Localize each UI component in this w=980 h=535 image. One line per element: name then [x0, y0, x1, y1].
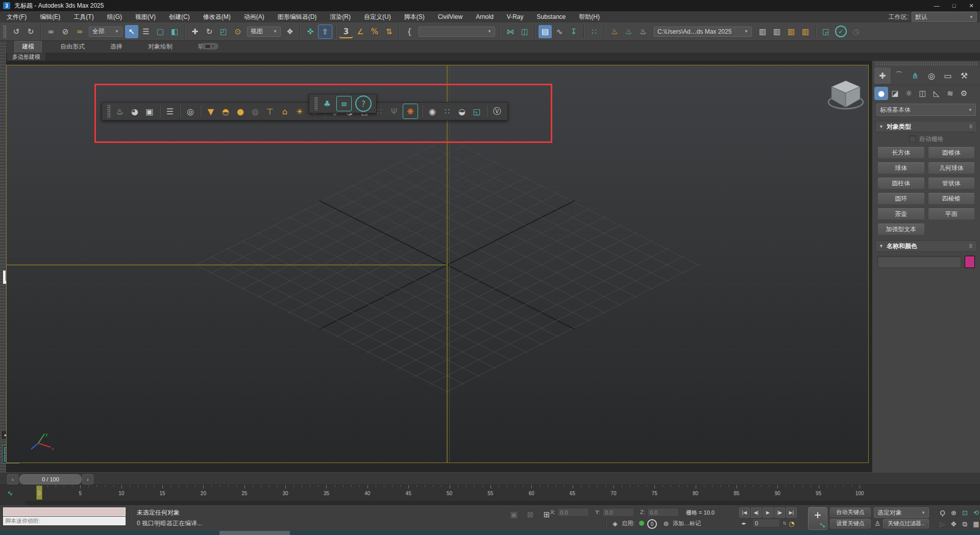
- select-object-icon[interactable]: ↖: [125, 25, 138, 38]
- cat-lights-icon[interactable]: ☼: [902, 87, 916, 100]
- vray-dome-light-icon[interactable]: ◓: [218, 104, 233, 118]
- walkthrough-icon[interactable]: ▷: [937, 519, 948, 529]
- vray-teapot-icon[interactable]: ♨: [113, 104, 127, 118]
- percent-snap-icon[interactable]: %: [368, 25, 381, 38]
- use-pivot-center-icon[interactable]: ❖: [283, 25, 297, 38]
- object-type-button[interactable]: 加强型文本: [877, 223, 925, 235]
- angle-snap-icon[interactable]: ∠: [354, 25, 367, 38]
- cat-systems-icon[interactable]: ⚙: [957, 87, 971, 100]
- menu-item[interactable]: Substance: [530, 11, 573, 22]
- menu-item[interactable]: CivilView: [431, 11, 469, 22]
- bind-spacewarp-icon[interactable]: ≈: [73, 25, 86, 38]
- tab-create-icon[interactable]: ✚: [874, 67, 891, 84]
- render-setup-icon[interactable]: ♨: [608, 25, 621, 38]
- tab-motion-icon[interactable]: ◎: [923, 67, 940, 84]
- object-type-button[interactable]: 圆锥体: [928, 147, 975, 159]
- tab-hierarchy-icon[interactable]: ⋔: [907, 67, 923, 84]
- orbit-icon[interactable]: ⟲: [971, 507, 980, 518]
- toolbar-drag-handle[interactable]: [107, 105, 111, 118]
- menu-item[interactable]: 工具(T): [67, 11, 100, 22]
- key-selection-dropdown[interactable]: 选定对象▼: [874, 507, 929, 518]
- maximize-viewport-icon[interactable]: ▦: [971, 519, 980, 529]
- window-crossing-icon[interactable]: ◧: [168, 25, 181, 38]
- zoom-all-icon[interactable]: ⊕: [948, 507, 959, 518]
- send-to-3-icon[interactable]: ▥: [785, 25, 798, 38]
- named-selection-dropdown[interactable]: ▼: [419, 27, 495, 37]
- vray-ies-light-icon[interactable]: ☀: [292, 104, 307, 118]
- add-time-tag[interactable]: 添加…标记: [673, 520, 701, 527]
- ribbon-tab[interactable]: 自由形式: [53, 41, 92, 53]
- pan-hand-icon[interactable]: ✥: [948, 519, 959, 529]
- perspective-viewport[interactable]: x y ♨◕▣☰◎▼◓●◍⊤⌂☀☼◇◑△∷Ψ❋◉∷◒◱Ⓥ ♣≡?: [6, 65, 869, 463]
- play-icon[interactable]: ▶: [763, 507, 773, 518]
- ribbon-minimize-button[interactable]: ▾: [201, 43, 218, 50]
- shield-icon[interactable]: ◈: [610, 519, 620, 528]
- spinner-snap-icon[interactable]: ⇅: [382, 25, 396, 38]
- named-sets-icon[interactable]: {: [403, 25, 416, 38]
- menu-item[interactable]: 自定义(U): [357, 11, 398, 22]
- rect-select-region-icon[interactable]: ▢: [154, 25, 167, 38]
- cat-cameras-icon[interactable]: ◫: [916, 87, 929, 100]
- ribbon-tab[interactable]: 对象绘制: [141, 41, 180, 53]
- coord-system-dropdown[interactable]: 视图▼: [247, 27, 281, 37]
- selection-lock-icon[interactable]: ⊠: [524, 508, 537, 521]
- pan-2d-icon[interactable]: ⧉: [960, 519, 970, 529]
- object-color-swatch[interactable]: [965, 256, 975, 268]
- vray-mesh-light-icon[interactable]: ⌂: [278, 104, 292, 118]
- undo-icon[interactable]: ↺: [10, 25, 23, 38]
- keyboard-override-icon[interactable]: ⇧: [318, 25, 332, 39]
- menu-item[interactable]: 视图(V): [129, 11, 162, 22]
- object-type-button[interactable]: 管状体: [928, 177, 975, 189]
- set-key-button[interactable]: 设置关键点: [830, 519, 871, 528]
- close-button[interactable]: ✕: [963, 0, 980, 11]
- next-frame-icon[interactable]: |▶: [774, 507, 785, 518]
- link-icon[interactable]: ∞: [44, 25, 58, 38]
- object-type-button[interactable]: 圆环: [877, 192, 925, 205]
- maxscript-listener-input[interactable]: 脚本迷你侦听:: [3, 517, 126, 525]
- go-end-icon[interactable]: ▶|: [786, 507, 797, 518]
- vray-override-sphere-icon[interactable]: ◉: [425, 104, 439, 118]
- license-check-icon[interactable]: ✓: [835, 26, 847, 37]
- curve-editor-icon[interactable]: ∿: [553, 25, 566, 38]
- key-filters-button[interactable]: 关键点过滤器..: [883, 519, 929, 528]
- tab-utilities-icon[interactable]: ⚒: [956, 67, 972, 84]
- object-type-button[interactable]: 四棱锥: [928, 192, 975, 205]
- menu-item[interactable]: 组(G): [101, 11, 129, 22]
- key-mode-toggle-icon[interactable]: ◔: [787, 519, 796, 528]
- tab-polygon-modeling[interactable]: 多边形建模: [7, 53, 45, 61]
- vray-geosphere-icon[interactable]: ◍: [248, 104, 262, 118]
- maximize-button[interactable]: □: [945, 0, 963, 11]
- vray-asset-list-icon[interactable]: ☰: [163, 104, 177, 118]
- cat-shapes-icon[interactable]: ◪: [888, 87, 902, 100]
- selection-filter-dropdown[interactable]: 全部▼: [89, 27, 122, 37]
- prev-frame-button[interactable]: ‹: [7, 474, 18, 484]
- render-production-icon[interactable]: ♨: [636, 25, 650, 38]
- rollout-object-type[interactable]: ▼ 对象类型 ⠿: [875, 121, 977, 132]
- ribbon-toggle-icon[interactable]: ↧: [567, 25, 580, 38]
- vray-disc-light-icon[interactable]: ⊤: [263, 104, 277, 118]
- project-folder-dropdown[interactable]: C:\Users\Ad…ds Max 2025▼: [654, 27, 752, 37]
- x-coord-field[interactable]: [557, 508, 589, 517]
- isolate-toggle-icon[interactable]: ▣: [507, 508, 521, 521]
- vray-spot-light-icon[interactable]: ▼: [204, 104, 218, 118]
- select-place-icon[interactable]: ⊙: [231, 25, 244, 38]
- vray-lightmix-icon[interactable]: ◱: [470, 104, 484, 118]
- menu-item[interactable]: 创建(C): [162, 11, 197, 22]
- key-step-icon[interactable]: ◂▸: [739, 519, 748, 528]
- workspace-dropdown[interactable]: 默认▼: [912, 12, 977, 22]
- zoom-extents-icon[interactable]: ⊡: [960, 507, 970, 518]
- send-to-2-icon[interactable]: ▥: [770, 25, 783, 38]
- vray-camera-icon[interactable]: ◎: [183, 104, 198, 118]
- select-move-icon[interactable]: ✚: [188, 25, 202, 38]
- cat-geometry-icon[interactable]: ●: [874, 87, 888, 100]
- minimize-button[interactable]: —: [928, 0, 945, 11]
- rendered-frame-icon[interactable]: ♨: [622, 25, 635, 38]
- ribbon-tab[interactable]: 选择: [103, 41, 130, 53]
- tab-display-icon[interactable]: ▭: [940, 67, 956, 84]
- send-to-1-icon[interactable]: ▥: [756, 25, 769, 38]
- menu-item[interactable]: 脚本(S): [398, 11, 431, 22]
- go-start-icon[interactable]: |◀: [739, 507, 750, 518]
- send-to-4-icon[interactable]: ▥: [799, 25, 812, 38]
- snap-3d-icon[interactable]: 3: [339, 25, 353, 38]
- autogrid-checkbox[interactable]: [909, 135, 916, 142]
